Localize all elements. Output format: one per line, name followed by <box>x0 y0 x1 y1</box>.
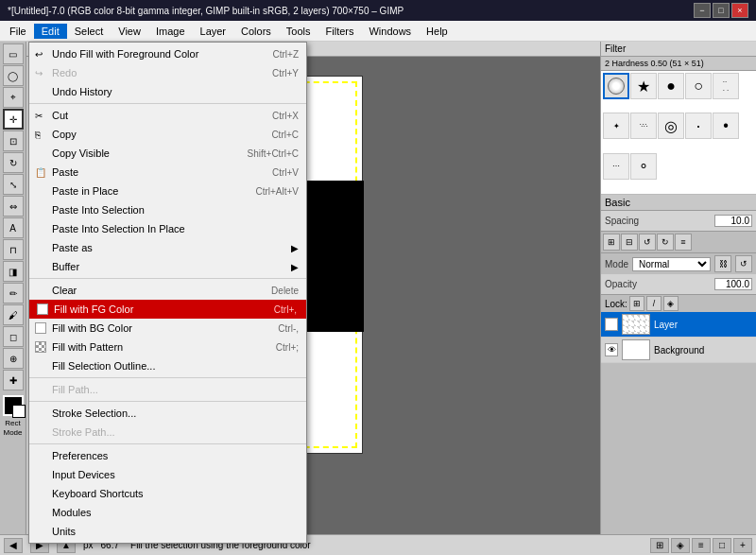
menu-select[interactable]: Select <box>67 24 112 39</box>
ptool-3[interactable]: ↺ <box>639 234 656 251</box>
tool-move[interactable]: ✛ <box>3 109 24 130</box>
brush-small-circle[interactable]: ∘ <box>630 153 657 180</box>
brush-ellipse[interactable]: ⋯ <box>603 153 629 180</box>
tool-brush[interactable]: 🖌 <box>3 304 24 325</box>
menu-fill-bg[interactable]: Fill with BG Color Ctrl-, <box>29 319 306 338</box>
menu-edit[interactable]: Edit <box>34 24 67 39</box>
tool-text[interactable]: A <box>3 217 24 238</box>
menu-file[interactable]: File <box>2 24 34 39</box>
tool-ellipse-select[interactable]: ◯ <box>3 65 24 86</box>
spacing-value[interactable]: 10.0 <box>714 215 752 227</box>
menu-colors[interactable]: Colors <box>233 24 279 39</box>
status-btn-1[interactable]: ⊞ <box>650 538 669 553</box>
ptool-4[interactable]: ↻ <box>657 234 674 251</box>
panel-filter-row: Filter <box>601 42 756 57</box>
fill-bg-label: Fill with BG Color <box>52 322 132 334</box>
menu-fill-fg[interactable]: Fill with FG Color Ctrl+, <box>29 300 306 319</box>
menu-redo: ↪ Redo Ctrl+Y <box>29 63 306 82</box>
menu-filters[interactable]: Filters <box>318 24 362 39</box>
ptool-1[interactable]: ⊞ <box>603 234 620 251</box>
tool-rotate[interactable]: ↻ <box>3 152 24 173</box>
foreground-color[interactable] <box>3 395 24 416</box>
menu-undo-history[interactable]: Undo History <box>29 82 306 101</box>
status-btn-3[interactable]: ≡ <box>692 538 711 553</box>
layer-row-layer[interactable]: 👁 Layer <box>601 312 756 338</box>
menu-paste-into-selection-in-place[interactable]: Paste Into Selection In Place <box>29 219 306 238</box>
paste-place-shortcut: Ctrl+Alt+V <box>255 186 299 197</box>
menu-clear[interactable]: Clear Delete <box>29 281 306 300</box>
tool-bucket[interactable]: ⊓ <box>3 239 24 260</box>
layer-row-background[interactable]: 👁 Background <box>601 338 756 363</box>
menu-modules[interactable]: Modules <box>29 503 306 522</box>
tool-scale[interactable]: ⤡ <box>3 174 24 195</box>
opacity-value[interactable]: 100.0 <box>714 278 752 290</box>
mode-reset[interactable]: ↺ <box>735 255 752 272</box>
paste-shortcut: Ctrl+V <box>272 167 299 178</box>
brush-speckle[interactable]: ∵∴ <box>630 113 657 139</box>
ptool-5[interactable]: ≡ <box>675 234 692 251</box>
brush-ring[interactable]: ◎ <box>658 113 684 139</box>
menu-copy-visible[interactable]: Copy Visible Shift+Ctrl+C <box>29 144 306 163</box>
menu-tools[interactable]: Tools <box>279 24 318 39</box>
maximize-button[interactable]: □ <box>713 3 730 18</box>
brush-scatter[interactable]: ··· · <box>713 73 739 99</box>
brush-circle-solid[interactable]: ● <box>658 73 684 99</box>
tool-clone[interactable]: ⊕ <box>3 348 24 369</box>
menu-help[interactable]: Help <box>419 24 455 39</box>
menu-fill-selection-outline[interactable]: Fill Selection Outline... <box>29 356 306 375</box>
status-nav-back[interactable]: ◀ <box>4 538 23 553</box>
lock-alpha-btn[interactable]: / <box>646 296 662 311</box>
tool-crop[interactable]: ⊡ <box>3 130 24 151</box>
layer-name-layer: Layer <box>654 320 678 330</box>
background-visibility-icon[interactable]: 👁 <box>605 343 618 356</box>
brush-cross[interactable]: ✦ <box>603 113 629 139</box>
tool-gradient[interactable]: ◨ <box>3 261 24 282</box>
menu-preferences[interactable]: Preferences <box>29 446 306 465</box>
menu-undo[interactable]: ↩ Undo Fill with Foreground Color Ctrl+Z <box>29 44 306 63</box>
brush-large-dot[interactable]: • <box>713 113 739 139</box>
sep-1 <box>29 103 306 104</box>
brush-hardness[interactable] <box>603 73 629 99</box>
menu-copy[interactable]: ⎘ Copy Ctrl+C <box>29 125 306 144</box>
menu-paste-in-place[interactable]: Paste in Place Ctrl+Alt+V <box>29 182 306 200</box>
menu-keyboard-shortcuts[interactable]: Keyboard Shortcuts <box>29 484 306 503</box>
menu-layer[interactable]: Layer <box>193 24 234 39</box>
menu-buffer[interactable]: Buffer ▶ <box>29 257 306 276</box>
brush-dot[interactable]: · <box>685 113 712 139</box>
brush-star[interactable]: ★ <box>630 73 657 99</box>
tool-pencil[interactable]: ✏ <box>3 283 24 304</box>
lock-row: Lock: ⊞ / ◈ <box>601 295 756 312</box>
ptool-2[interactable]: ⊟ <box>621 234 638 251</box>
tool-eraser[interactable]: ◻ <box>3 326 24 347</box>
redo-label: Redo <box>52 67 77 78</box>
tool-flip[interactable]: ⇔ <box>3 196 24 217</box>
menu-image[interactable]: Image <box>148 24 193 39</box>
brush-circle-outline[interactable]: ○ <box>685 73 712 99</box>
status-btn-5[interactable]: + <box>733 538 752 553</box>
close-button[interactable]: × <box>731 3 748 18</box>
menu-view[interactable]: View <box>111 24 148 39</box>
menu-fill-pattern[interactable]: Fill with Pattern Ctrl+; <box>29 338 306 356</box>
lock-position-btn[interactable]: ◈ <box>663 296 679 311</box>
status-btn-2[interactable]: ◈ <box>671 538 690 553</box>
tool-rect-select[interactable]: ▭ <box>3 43 24 64</box>
menu-paste-into-selection[interactable]: Paste Into Selection <box>29 200 306 219</box>
menu-paste[interactable]: 📋 Paste Ctrl+V <box>29 163 306 182</box>
menu-input-devices[interactable]: Input Devices <box>29 465 306 484</box>
menu-windows[interactable]: Windows <box>361 24 419 39</box>
mode-select[interactable]: Normal Dissolve Multiply Screen <box>632 257 711 271</box>
status-btn-4[interactable]: □ <box>713 538 731 553</box>
fill-fg-label: Fill with FG Color <box>54 304 133 315</box>
menu-units[interactable]: Units <box>29 522 306 541</box>
clear-shortcut: Delete <box>271 286 299 296</box>
layer-visibility-icon[interactable]: 👁 <box>605 318 618 331</box>
menu-stroke-selection[interactable]: Stroke Selection... <box>29 404 306 423</box>
menu-paste-as[interactable]: Paste as ▶ <box>29 238 306 257</box>
menu-cut[interactable]: ✂ Cut Ctrl+X <box>29 106 306 125</box>
mode-chain[interactable]: ⛓ <box>714 255 731 272</box>
tool-heal[interactable]: ✚ <box>3 370 24 390</box>
paste-sel-place-label: Paste Into Selection In Place <box>52 223 185 234</box>
tool-free-select[interactable]: ⌖ <box>3 87 24 108</box>
minimize-button[interactable]: − <box>694 3 711 18</box>
lock-pixels-btn[interactable]: ⊞ <box>629 296 644 311</box>
